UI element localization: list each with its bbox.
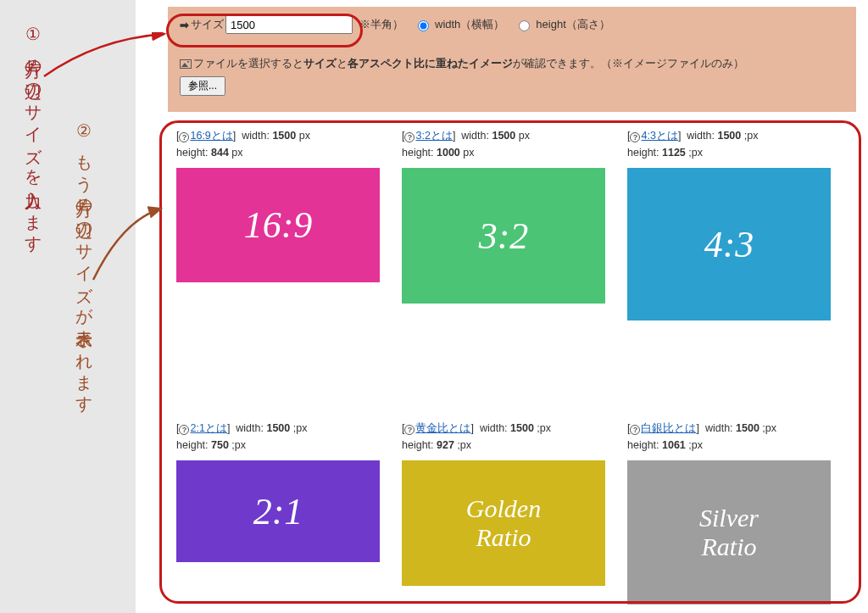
height-label: height: xyxy=(627,439,659,451)
width-label: width: xyxy=(461,130,489,142)
ratio-box: GoldenRatio xyxy=(402,460,605,586)
tile-info: [?2:1とは] width: 1500 ;pxheight: 750 ;px xyxy=(176,420,380,454)
radio-width[interactable]: width（横幅） xyxy=(414,17,504,32)
help-icon: ? xyxy=(179,132,189,142)
ratio-link[interactable]: 16:9とは xyxy=(190,130,232,142)
file-desc-post: が確認できます。（※イメージファイルのみ） xyxy=(513,56,744,71)
width-label: width: xyxy=(687,130,715,142)
radio-height-input[interactable] xyxy=(519,20,530,31)
annotation-2-num: ② xyxy=(74,120,94,142)
ratio-box: 16:9 xyxy=(176,168,380,282)
ratio-tile: [?2:1とは] width: 1500 ;pxheight: 750 ;px2… xyxy=(176,420,380,605)
height-value: 750 xyxy=(211,439,229,451)
height-unit: ;px xyxy=(686,147,703,159)
help-icon: ? xyxy=(179,425,189,435)
ratio-link[interactable]: 3:2とは xyxy=(415,130,452,142)
file-description: ファイルを選択すると サイズ と 各アスペクト比に重ねたイメージ が確認できます… xyxy=(180,56,844,71)
annotation-1: ①片方の辺のサイズを入力します xyxy=(22,24,45,245)
annotation-1-text: 片方の辺のサイズを入力します xyxy=(24,46,42,245)
file-desc-mid: と xyxy=(337,56,348,71)
width-unit: ;px xyxy=(290,422,307,434)
annotation-2: ②もう片方の辺のサイズが表示されます xyxy=(73,120,96,405)
ratio-box: 2:1 xyxy=(176,460,380,562)
height-unit: px xyxy=(229,147,243,159)
input-panel: ➡ サイズ ※半角） width（横幅） height（高さ） ファイルを選択す… xyxy=(168,7,856,112)
width-value: 1500 xyxy=(736,422,760,434)
ratio-link[interactable]: 白銀比とは xyxy=(641,422,696,434)
width-unit: px xyxy=(296,130,310,142)
width-unit: px xyxy=(515,130,530,142)
width-unit: ;px xyxy=(534,422,551,434)
width-unit: ;px xyxy=(760,422,776,434)
file-desc-b2: 各アスペクト比に重ねたイメージ xyxy=(348,56,513,71)
tile-info: [?白銀比とは] width: 1500 ;pxheight: 1061 ;px xyxy=(627,420,831,454)
height-unit: px xyxy=(460,147,475,159)
width-label: width: xyxy=(236,422,264,434)
height-value: 1061 xyxy=(662,439,686,451)
ratio-tile: [?黄金比とは] width: 1500 ;pxheight: 927 ;pxG… xyxy=(402,420,605,605)
image-icon xyxy=(180,59,192,69)
file-desc-b1: サイズ xyxy=(303,56,337,71)
height-value: 1000 xyxy=(437,147,460,159)
height-label: height: xyxy=(402,439,434,451)
tile-info: [?3:2とは] width: 1500 pxheight: 1000 px xyxy=(402,127,605,161)
size-row: ➡ サイズ ※半角） width（横幅） height（高さ） xyxy=(180,15,844,34)
radio-height-label: height（高さ） xyxy=(536,17,609,32)
width-label: width: xyxy=(242,130,270,142)
ratio-grid: [?16:9とは] width: 1500 pxheight: 844 px16… xyxy=(176,127,848,605)
width-value: 1500 xyxy=(272,130,296,142)
height-unit: ;px xyxy=(686,439,703,451)
ratio-tile: [?4:3とは] width: 1500 ;pxheight: 1125 ;px… xyxy=(627,127,831,320)
tile-info: [?4:3とは] width: 1500 ;pxheight: 1125 ;px xyxy=(627,127,831,161)
height-unit: ;px xyxy=(229,439,246,451)
width-unit: ;px xyxy=(741,130,758,142)
height-label: height: xyxy=(176,439,209,451)
help-icon: ? xyxy=(404,132,415,142)
annotation-2-text: もう片方の辺のサイズが表示されます xyxy=(75,142,93,405)
size-input[interactable] xyxy=(225,15,353,34)
ratio-tile: [?16:9とは] width: 1500 pxheight: 844 px16… xyxy=(176,127,380,320)
width-value: 1500 xyxy=(266,422,290,434)
left-margin xyxy=(0,0,136,613)
ratio-link[interactable]: 4:3とは xyxy=(641,130,677,142)
size-label: サイズ xyxy=(191,17,224,32)
height-unit: ;px xyxy=(454,439,471,451)
tile-info: [?16:9とは] width: 1500 pxheight: 844 px xyxy=(176,127,380,161)
width-value: 1500 xyxy=(492,130,515,142)
ratio-link[interactable]: 黄金比とは xyxy=(415,422,470,434)
radio-width-input[interactable] xyxy=(418,20,429,31)
ratio-link[interactable]: 2:1とは xyxy=(190,422,226,434)
ratio-tile: [?3:2とは] width: 1500 pxheight: 1000 px3:… xyxy=(402,127,605,320)
width-label: width: xyxy=(705,422,733,434)
help-icon: ? xyxy=(630,132,640,142)
radio-height[interactable]: height（高さ） xyxy=(515,17,609,32)
width-label: width: xyxy=(480,422,508,434)
hankaku-note: ※半角） xyxy=(359,17,403,32)
height-value: 1125 xyxy=(662,147,686,159)
height-label: height: xyxy=(627,147,659,159)
height-label: height: xyxy=(176,147,209,159)
height-label: height: xyxy=(402,147,434,159)
help-icon: ? xyxy=(630,425,640,435)
width-value: 1500 xyxy=(717,130,741,142)
file-desc-pre: ファイルを選択すると xyxy=(193,56,303,71)
width-value: 1500 xyxy=(510,422,534,434)
help-icon: ? xyxy=(404,425,415,435)
height-value: 844 xyxy=(211,147,229,159)
ratio-tile: [?白銀比とは] width: 1500 ;pxheight: 1061 ;px… xyxy=(627,420,831,605)
ratio-box: 4:3 xyxy=(627,168,831,320)
browse-button[interactable]: 参照... xyxy=(180,76,225,96)
main-area: ➡ サイズ ※半角） width（横幅） height（高さ） ファイルを選択す… xyxy=(136,0,868,613)
height-value: 927 xyxy=(437,439,454,451)
tile-info: [?黄金比とは] width: 1500 ;pxheight: 927 ;px xyxy=(402,420,605,454)
results-panel: [?16:9とは] width: 1500 pxheight: 844 px16… xyxy=(168,119,856,602)
annotation-1-num: ① xyxy=(23,24,43,46)
ratio-box: 3:2 xyxy=(402,168,605,304)
arrow-right-icon: ➡ xyxy=(180,19,189,31)
ratio-box: SilverRatio xyxy=(627,460,831,605)
radio-width-label: width（横幅） xyxy=(435,17,504,32)
